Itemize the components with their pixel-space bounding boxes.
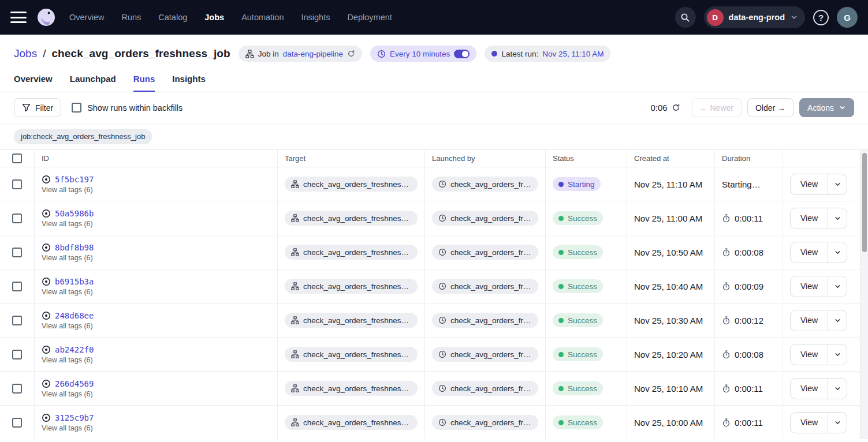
launched-by-tag[interactable]: check_avg_orders_freshn… (432, 381, 538, 396)
user-avatar[interactable]: G (837, 7, 858, 28)
primary-nav: Overview Runs Catalog Jobs Automation In… (69, 13, 392, 22)
row-checkbox[interactable] (12, 213, 22, 223)
view-button[interactable]: View (791, 344, 828, 365)
view-dropdown-button[interactable] (828, 242, 847, 263)
launched-by-tag[interactable]: check_avg_orders_freshn… (432, 211, 538, 226)
view-button[interactable]: View (791, 413, 828, 433)
nav-item-deployment[interactable]: Deployment (347, 13, 392, 22)
view-button[interactable]: View (791, 208, 828, 229)
run-id-link[interactable]: 50a5986b (55, 209, 94, 218)
target-tag[interactable]: check_avg_orders_freshness_job (285, 177, 418, 192)
row-checkbox[interactable] (12, 384, 22, 394)
runs-table-container: ID Target Launched by Status Created at … (0, 149, 868, 439)
view-dropdown-button[interactable] (828, 310, 847, 331)
run-id-link[interactable]: ab2422f0 (55, 345, 94, 354)
view-button-group: View (790, 174, 847, 195)
target-tag[interactable]: check_avg_orders_freshness_job (285, 245, 418, 260)
view-all-tags-link[interactable]: View all tags (6) (42, 390, 93, 398)
view-button[interactable]: View (791, 379, 828, 399)
run-id-link[interactable]: 266d4569 (55, 379, 94, 388)
run-id-link[interactable]: 3125c9b7 (55, 413, 94, 422)
row-checkbox[interactable] (12, 316, 22, 325)
scrollbar-thumb[interactable] (862, 153, 867, 252)
target-tag[interactable]: check_avg_orders_freshness_job (285, 279, 418, 294)
target-tag-label: check_avg_orders_freshness_job (303, 418, 411, 427)
dagster-logo[interactable] (36, 7, 57, 28)
nav-item-overview[interactable]: Overview (69, 13, 104, 22)
newer-button[interactable]: ← Newer (692, 98, 742, 117)
view-all-tags-link[interactable]: View all tags (6) (42, 254, 93, 262)
launched-by-tag[interactable]: check_avg_orders_freshn… (432, 245, 538, 260)
view-all-tags-link[interactable]: View all tags (6) (42, 424, 93, 432)
row-checkbox[interactable] (12, 418, 22, 428)
tab-insights[interactable]: Insights (172, 74, 206, 92)
run-id-link[interactable]: 248d68ee (55, 311, 94, 320)
row-checkbox[interactable] (12, 179, 22, 189)
status-dot (558, 216, 564, 221)
view-dropdown-button[interactable] (828, 208, 847, 229)
breadcrumb-jobs-link[interactable]: Jobs (14, 47, 37, 60)
job-hierarchy-icon (291, 350, 299, 358)
nav-item-runs[interactable]: Runs (121, 13, 141, 22)
breadcrumb-separator: / (43, 47, 46, 60)
tab-overview[interactable]: Overview (14, 74, 53, 92)
view-all-tags-link[interactable]: View all tags (6) (42, 288, 93, 296)
nav-item-insights[interactable]: Insights (301, 13, 330, 22)
launched-by-tag[interactable]: check_avg_orders_freshn… (432, 313, 538, 328)
view-dropdown-button[interactable] (828, 276, 847, 297)
latest-run-link[interactable]: Nov 25, 11:10 AM (542, 50, 603, 58)
hamburger-menu-icon[interactable] (10, 12, 27, 23)
actions-button[interactable]: Actions (799, 98, 854, 117)
target-tag[interactable]: check_avg_orders_freshness_job (285, 381, 418, 396)
job-hierarchy-icon (291, 180, 299, 188)
nav-item-jobs[interactable]: Jobs (204, 13, 224, 22)
pipeline-link[interactable]: data-eng-pipeline (283, 50, 343, 58)
nav-item-automation[interactable]: Automation (241, 13, 284, 22)
tab-runs[interactable]: Runs (133, 74, 155, 92)
target-tag[interactable]: check_avg_orders_freshness_job (285, 313, 418, 328)
filter-button[interactable]: Filter (14, 98, 61, 117)
view-all-tags-link[interactable]: View all tags (6) (42, 220, 93, 228)
help-icon[interactable]: ? (813, 10, 829, 25)
workspace-switcher[interactable]: D data-eng-prod (704, 6, 805, 28)
view-dropdown-button[interactable] (828, 174, 847, 194)
launched-by-tag[interactable]: check_avg_orders_freshn… (432, 347, 538, 362)
run-id-link[interactable]: b6915b3a (55, 277, 94, 286)
backfills-checkbox[interactable] (72, 103, 81, 113)
view-dropdown-button[interactable] (828, 413, 847, 433)
schedule-clock-icon (438, 180, 446, 188)
view-button[interactable]: View (791, 310, 828, 331)
vertical-scrollbar[interactable] (860, 150, 868, 439)
duration-value: 0:00:11 (735, 418, 763, 428)
search-button[interactable] (675, 7, 696, 28)
target-tag[interactable]: check_avg_orders_freshness_job (285, 415, 418, 430)
view-all-tags-link[interactable]: View all tags (6) (42, 186, 93, 194)
view-all-tags-link[interactable]: View all tags (6) (42, 322, 93, 330)
launched-by-tag[interactable]: check_avg_orders_freshn… (432, 415, 538, 430)
view-button[interactable]: View (791, 174, 828, 194)
reload-icon[interactable] (347, 50, 355, 58)
view-dropdown-button[interactable] (828, 344, 847, 365)
view-button[interactable]: View (791, 276, 828, 297)
target-tag[interactable]: check_avg_orders_freshness_job (285, 347, 418, 362)
target-tag[interactable]: check_avg_orders_freshness_job (285, 211, 418, 226)
tab-launchpad[interactable]: Launchpad (70, 74, 116, 92)
launched-by-tag[interactable]: check_avg_orders_freshn… (432, 279, 538, 294)
run-id-link[interactable]: 5f5bc197 (55, 175, 94, 184)
row-checkbox[interactable] (12, 248, 22, 257)
select-all-checkbox[interactable] (12, 153, 22, 163)
older-button[interactable]: Older → (747, 98, 794, 117)
run-id-link[interactable]: 8bdf8b98 (55, 243, 94, 252)
view-all-tags-link[interactable]: View all tags (6) (42, 356, 93, 364)
row-checkbox[interactable] (12, 282, 22, 291)
job-filter-tag[interactable]: job:check_avg_orders_freshness_job (14, 129, 152, 144)
view-button[interactable]: View (791, 242, 828, 263)
nav-item-catalog[interactable]: Catalog (158, 13, 187, 22)
refresh-icon[interactable] (672, 103, 680, 112)
view-dropdown-button[interactable] (828, 379, 847, 399)
target-tag-label: check_avg_orders_freshness_job (303, 316, 411, 325)
job-in-prefix: Job in (258, 50, 279, 58)
schedule-toggle[interactable] (454, 50, 470, 58)
row-checkbox[interactable] (12, 350, 22, 359)
launched-by-tag[interactable]: check_avg_orders_freshn… (432, 177, 538, 192)
